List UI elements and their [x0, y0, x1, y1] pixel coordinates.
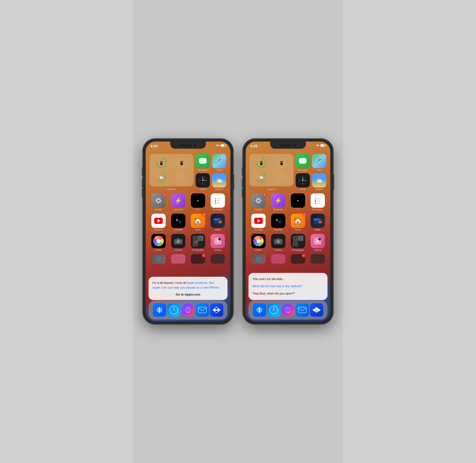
weather-label-right: Weather: [315, 188, 323, 191]
app-messages-left[interactable]: Messages: [195, 154, 210, 171]
app-camera-right[interactable]: Camera: [269, 234, 287, 251]
app-photography-right[interactable]: Photography: [289, 234, 307, 251]
svg-line-99: [256, 202, 257, 203]
mail-dock-icon: [196, 303, 209, 317]
app-home-right[interactable]: 2 🏠 Home: [289, 214, 307, 231]
dock-mail-left[interactable]: [196, 303, 209, 317]
siri-panel-left: I'm a bit biased: I love all Apple produ…: [149, 277, 227, 300]
app-youtube-right[interactable]: YouTube: [249, 214, 267, 231]
weather-label: Weather: [215, 188, 223, 191]
app-maps-left[interactable]: 🗺️ Maps: [212, 154, 227, 171]
app-maps-right[interactable]: 🗺️ Maps: [312, 154, 327, 171]
svg-line-23: [156, 199, 157, 199]
partial-icon-1: 🌐: [151, 254, 166, 264]
partial-icon-1-r: 🌐: [251, 254, 266, 264]
app-weather-right[interactable]: ⛅ Weather: [312, 173, 327, 191]
siri-button-left[interactable]: [181, 303, 195, 317]
partial-app-3[interactable]: 3: [189, 254, 207, 264]
partial-icon-2: [171, 254, 185, 264]
dock-mail-right[interactable]: [296, 303, 309, 317]
battery-cell-iphone2-r: 📱: [272, 156, 291, 169]
siri-link-left[interactable]: Go to Apple.com: [152, 293, 224, 296]
app-wallet-right[interactable]: Wallet: [309, 214, 327, 231]
siri-button-right[interactable]: [281, 303, 295, 317]
iphone-icon2-r: 📱: [279, 160, 284, 165]
camera-left: [194, 144, 196, 147]
svg-point-32: [215, 203, 216, 204]
batteries-widget-right[interactable]: 📱 📱: [249, 154, 293, 191]
app-translate-right[interactable]: A 文 Translate: [269, 214, 287, 231]
dock-safari-right[interactable]: [267, 303, 280, 317]
batteries-widget-left[interactable]: 📱: [149, 154, 194, 191]
app-clock-right[interactable]: Clock: [295, 173, 310, 191]
dock-siri-left[interactable]: [181, 303, 195, 317]
photos-label-right: Photos: [255, 249, 261, 251]
svg-point-50: [181, 240, 182, 240]
battery-icon-left: [220, 144, 226, 147]
dock-appstore-left[interactable]: [153, 303, 166, 317]
camera-label-right: Camera: [274, 249, 282, 251]
writing-icon: B: [211, 234, 225, 248]
wallet-label: Wallet: [215, 229, 221, 231]
app-home-left[interactable]: 2 🏠 Home: [189, 214, 207, 231]
svg-line-26: [156, 202, 157, 203]
battery-cell-watch-r: ⌚: [252, 171, 271, 184]
app-reminders-right[interactable]: Reminders: [309, 193, 327, 211]
partial-icon-4: [211, 254, 225, 264]
dock-appstore-right[interactable]: [253, 303, 266, 317]
partial-app-3-r[interactable]: 3: [289, 254, 307, 264]
app-tv-right[interactable]: tv TV: [289, 193, 307, 211]
app-messages-right[interactable]: Messages: [295, 154, 310, 171]
partial-icon-2-r: [271, 254, 285, 264]
app-clock-left[interactable]: Clock: [195, 173, 210, 191]
svg-line-98: [260, 199, 260, 199]
writing-label: Writing: [215, 249, 221, 251]
svg-point-49: [177, 240, 179, 242]
battery-fill-right: [321, 145, 324, 146]
app-youtube-left[interactable]: YouTube: [149, 214, 167, 231]
app-settings-right[interactable]: 1: [249, 193, 267, 211]
dock-safari-left[interactable]: [167, 303, 180, 317]
app-writing-left[interactable]: B Writing: [209, 234, 227, 251]
app-wallet-left[interactable]: Wallet: [209, 214, 227, 231]
app-reminders-left[interactable]: Reminders: [209, 193, 227, 211]
dock-siri-right[interactable]: [281, 303, 295, 317]
partial-icon-3: 3: [191, 254, 205, 264]
app-shortcuts-left[interactable]: ⚡ Shortcuts: [169, 193, 187, 211]
partial-app-1[interactable]: 🌐: [149, 254, 167, 264]
maps-label: Maps: [216, 169, 222, 171]
battery-ring-watch-r: ⌚: [256, 172, 267, 183]
partial-app-4-r[interactable]: [309, 254, 327, 264]
app-translate-left[interactable]: A 文 Translate: [169, 214, 187, 231]
battery-cell-iphone-r: 📱: [252, 156, 271, 169]
dock-dropbox-left[interactable]: [210, 303, 223, 317]
app-photos-left[interactable]: Photos: [149, 234, 167, 251]
partial-badge-3-r: 3: [302, 254, 305, 258]
home-icon-right: 2 🏠: [291, 214, 305, 228]
app-tv-left[interactable]: tv TV: [189, 193, 207, 211]
partial-app-1-r[interactable]: 🌐: [249, 254, 267, 264]
app-writing-right[interactable]: B Writing: [309, 234, 327, 251]
status-icons-left: ▾▾: [216, 144, 226, 147]
partial-app-2-r[interactable]: [269, 254, 287, 264]
app-photos-right[interactable]: Photos: [249, 234, 267, 251]
phone-screen-left: 4:25 ▾▾: [146, 142, 230, 321]
batteries-label: Batteries: [167, 188, 176, 191]
svg-rect-125: [298, 236, 304, 241]
app-photography-left[interactable]: Photography: [189, 234, 207, 251]
battery-cell-empty: [172, 171, 191, 184]
app-camera-left[interactable]: Camera: [169, 234, 187, 251]
app-shortcuts-right[interactable]: ⚡ Shortcuts: [269, 193, 287, 211]
app-weather-left[interactable]: ⛅ Weather: [212, 173, 227, 191]
svg-point-122: [277, 240, 279, 242]
camera-label: Camera: [174, 249, 182, 251]
dock-dropbox-right[interactable]: [310, 303, 323, 317]
tv-icon-right: tv: [291, 193, 305, 208]
home-badge: 2: [202, 213, 206, 216]
maps-icon-right: 🗺️: [312, 154, 326, 168]
partial-app-2[interactable]: [169, 254, 187, 264]
app-settings-left[interactable]: 1: [149, 193, 167, 211]
home-label-right: Home: [295, 229, 301, 231]
partial-app-4[interactable]: [209, 254, 227, 264]
svg-line-96: [256, 199, 257, 199]
